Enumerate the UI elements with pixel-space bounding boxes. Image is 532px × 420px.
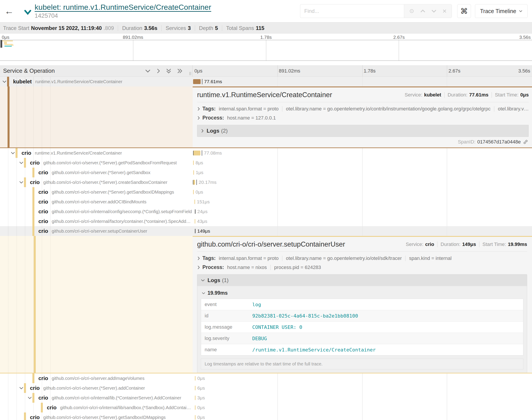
span-timeline-cell[interactable]: 3μs: [193, 393, 532, 403]
logs-accordion-header[interactable]: Logs (1): [197, 274, 527, 286]
span-timeline-cell[interactable]: 6μs: [193, 383, 532, 393]
span-bar[interactable]: [195, 209, 196, 214]
trace-summary-bar: Trace Start November 15 2022, 11:19:40.8…: [0, 22, 532, 34]
duration-label: Duration:: [440, 241, 460, 247]
column-resize-handle[interactable]: ||: [189, 71, 191, 76]
keyboard-shortcuts-button[interactable]: ⌘: [457, 4, 471, 18]
back-button[interactable]: ←: [4, 6, 20, 16]
timeline-tick: 3.56s: [518, 68, 530, 74]
operation-name: runtime.v1.RuntimeService/CreateContaine…: [35, 79, 122, 84]
span-collapse-icon[interactable]: [10, 151, 16, 155]
span-row[interactable]: crio github.com/cri-o/cri-o/server.addIm…: [0, 374, 532, 383]
service-color-stripe: [32, 168, 34, 177]
process-item: host.name = 127.0.0.1: [227, 115, 276, 121]
span-bar[interactable]: [193, 150, 200, 155]
span-timeline-cell[interactable]: 20.17ms: [193, 177, 532, 187]
find-next-icon[interactable]: [431, 9, 437, 13]
span-bar[interactable]: [195, 405, 196, 410]
span-timeline-cell[interactable]: 77.61ms: [193, 77, 532, 87]
start-time-label: Start Time:: [483, 241, 506, 247]
service-name: crio: [30, 160, 40, 166]
process-accordion[interactable]: Process: host.name = nixos process.pid =…: [197, 264, 527, 270]
span-timeline-cell[interactable]: 149μs: [193, 226, 532, 236]
span-row[interactable]: crio github.com/cri-o/cri-o/server.(*Ser…: [0, 187, 532, 197]
process-label: Process:: [203, 264, 224, 270]
span-row[interactable]: crio runtime.v1.RuntimeService/CreateCon…: [0, 148, 532, 158]
find-input[interactable]: [300, 4, 404, 18]
expand-all-icon[interactable]: [177, 68, 183, 74]
span-row-kubelet-createcontainer[interactable]: kubelet runtime.v1.RuntimeService/Create…: [0, 77, 532, 87]
find-clear-icon[interactable]: [442, 9, 447, 13]
service-value: crio: [425, 241, 434, 247]
span-bar[interactable]: [193, 79, 201, 84]
span-bar[interactable]: [194, 200, 195, 204]
collapse-all-icon[interactable]: [166, 68, 172, 74]
span-timeline-cell[interactable]: 8μs: [193, 158, 532, 168]
span-row[interactable]: crio github.com/cri-o/cri-o/internal/con…: [0, 207, 532, 216]
trace-title-link[interactable]: kubelet: runtime.v1.RuntimeService/Creat…: [35, 3, 211, 12]
span-timeline-cell[interactable]: 24μs: [193, 207, 532, 216]
span-bar[interactable]: [193, 190, 194, 194]
log-field-key: event: [201, 299, 249, 310]
span-detail-panel: github.com/cri-o/cri-o/server.setupConta…: [193, 236, 532, 373]
span-row[interactable]: crio github.com/cri-o/cri-o/server.(*Ser…: [0, 168, 532, 177]
span-duration: 151μs: [197, 199, 210, 204]
collapse-one-icon[interactable]: [145, 69, 151, 73]
span-bar[interactable]: [195, 376, 196, 380]
tags-label: Tags:: [203, 106, 216, 112]
tags-accordion[interactable]: Tags: internal.span.format = proto otel.…: [197, 255, 527, 261]
span-timeline-cell[interactable]: 1μs: [193, 168, 532, 177]
span-row[interactable]: crio github.com/cri-o/cri-o/server.addOC…: [0, 197, 532, 207]
span-duration: 43μs: [197, 219, 207, 224]
span-row[interactable]: crio github.com/cri-o/cri-o/server.(*Ser…: [0, 177, 532, 187]
span-row[interactable]: crio github.com/cri-o/cri-o/server.(*Ser…: [0, 412, 532, 420]
find-prev-icon[interactable]: [420, 9, 425, 13]
span-timeline-cell[interactable]: 151μs: [193, 197, 532, 207]
span-timeline-cell[interactable]: 0μs: [193, 412, 532, 420]
span-bar[interactable]: [193, 161, 194, 165]
log-field-row: name/runtime.v1.RuntimeService/CreateCon…: [201, 344, 523, 356]
span-detail-setupcontaineruser: github.com/cri-o/cri-o/server.setupConta…: [0, 236, 532, 374]
span-row[interactable]: crio github.com/cri-o/cri-o/internal/lib…: [0, 403, 532, 412]
span-row[interactable]: crio github.com/cri-o/cri-o/internal/fac…: [0, 216, 532, 226]
span-row[interactable]: crio github.com/cri-o/cri-o/internal/lib…: [0, 393, 532, 403]
minimap-span-mark: [4, 46, 12, 46]
span-timeline-cell[interactable]: 43μs: [193, 216, 532, 226]
logs-accordion-header[interactable]: Logs (2): [197, 125, 529, 137]
span-bar[interactable]: [195, 229, 196, 233]
span-bar[interactable]: [193, 170, 194, 175]
span-bar[interactable]: [195, 386, 196, 390]
span-timeline-cell[interactable]: 0μs: [193, 187, 532, 197]
tags-accordion[interactable]: Tags: internal.span.format = proto otel.…: [197, 106, 529, 112]
log-entry-header[interactable]: 19.99ms: [202, 290, 523, 296]
span-bar[interactable]: [195, 219, 195, 224]
span-bar[interactable]: [195, 396, 196, 400]
span-bar[interactable]: [195, 415, 196, 420]
trace-view-selector[interactable]: Trace Timeline: [475, 4, 528, 18]
minimap-drag-handle[interactable]: [0, 40, 2, 48]
minimap-canvas[interactable]: [0, 40, 532, 61]
span-timeline-cell[interactable]: 0μs: [193, 374, 532, 383]
span-collapse-icon[interactable]: [27, 396, 32, 400]
process-accordion[interactable]: Process: host.name = 127.0.0.1: [197, 115, 529, 121]
locate-span-icon[interactable]: [409, 8, 414, 14]
span-bar[interactable]: [193, 180, 195, 185]
trace-id: 1425704: [35, 13, 211, 19]
expand-one-icon[interactable]: [156, 68, 160, 74]
service-name: crio: [38, 199, 48, 205]
span-collapse-icon[interactable]: [19, 180, 24, 184]
span-collapse-icon[interactable]: [2, 80, 7, 83]
span-row-setupcontaineruser[interactable]: crio github.com/cri-o/cri-o/server.setup…: [0, 226, 532, 236]
span-collapse-icon[interactable]: [19, 386, 24, 390]
span-row[interactable]: crio github.com/cri-o/cri-o/server.(*Ser…: [0, 158, 532, 168]
tag-item: otel.library.name = go.opentelemetry.io/…: [286, 255, 402, 261]
deep-link-icon[interactable]: [523, 139, 528, 145]
span-timeline-cell[interactable]: 0μs: [193, 403, 532, 412]
logs-label: Logs: [207, 277, 220, 283]
collapse-trace-header-icon[interactable]: [24, 10, 31, 16]
span-detail-kubelet: runtime.v1.RuntimeService/CreateContaine…: [0, 87, 532, 148]
span-timeline-cell[interactable]: 77.08ms: [193, 148, 532, 158]
span-collapse-icon[interactable]: [19, 161, 24, 165]
service-color-stripe: [24, 177, 26, 187]
span-row[interactable]: crio github.com/cri-o/cri-o/server.(*Ser…: [0, 383, 532, 393]
